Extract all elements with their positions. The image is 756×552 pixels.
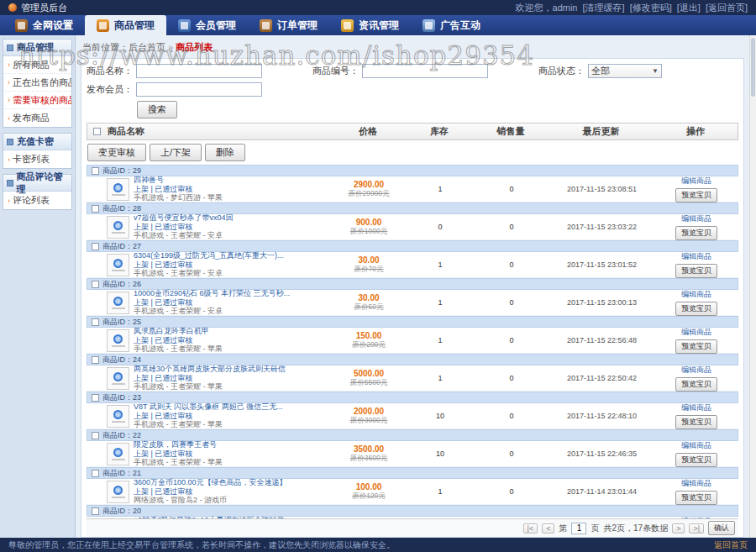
edit-product-link[interactable]: 编辑商品 [654, 251, 738, 262]
product-status-select[interactable]: 全部 ▼ [588, 64, 662, 78]
product-title-link[interactable]: 凤求凰白龙吟李白机甲 [134, 327, 223, 336]
edit-product-link[interactable]: 编辑商品 [654, 402, 738, 413]
product-sales: 0 [474, 412, 549, 420]
sidebar-group-comments: 商品评论管理 › 评论列表 [3, 174, 72, 210]
product-name-input[interactable] [136, 64, 262, 78]
product-title-link[interactable]: 四神兽号 [134, 176, 223, 185]
tab-orders-management[interactable]: 订单管理 [248, 15, 329, 35]
preview-product-button[interactable]: 预览宝贝 [675, 226, 717, 240]
product-category-text: 手机游戏 - 王者荣耀 - 安卓 [134, 269, 223, 277]
row-checkbox[interactable] [92, 167, 99, 175]
change-password-link[interactable]: [修改密码] [630, 2, 672, 14]
tab-ads-management[interactable]: 广告互动 [411, 15, 492, 35]
tab-news-management[interactable]: 资讯管理 [329, 15, 411, 35]
delete-button[interactable]: 删除 [205, 144, 245, 161]
tab-global-settings[interactable]: 全网设置 [3, 15, 85, 35]
product-id-label: 商品ID：20 [102, 506, 141, 517]
product-price: 900.00 [356, 218, 382, 227]
tab-members-management[interactable]: 会员管理 [166, 15, 248, 35]
row-checkbox[interactable] [92, 205, 99, 213]
group-bullet-icon [7, 45, 13, 51]
footer-notice: 尊敬的管理员，您正在使用上经交易平台管理系统，若长时间不操作，建议您先关闭浏览器… [8, 539, 395, 551]
sidebar-item-all-goods[interactable]: › 所有商品 [3, 56, 71, 74]
vertical-scrollbar[interactable] [749, 35, 756, 538]
product-last-updated: 2017-11-15 22:56:48 [549, 336, 654, 344]
edit-product-link[interactable]: 编辑商品 [654, 289, 738, 300]
product-sales: 0 [474, 374, 549, 382]
sidebar-group-comments-header[interactable]: 商品评论管理 [3, 175, 71, 192]
sidebar-group-goods-header[interactable]: 商品管理 [3, 39, 71, 56]
product-last-updated: 2017-11-15 23:03:22 [549, 223, 654, 231]
clear-cache-link[interactable]: [清理缓存] [583, 2, 625, 14]
product-title-link[interactable]: v7超值号便宜秒杀了带vx04回 [134, 213, 234, 223]
product-code-input[interactable] [362, 64, 488, 78]
sidebar-item-pending-review-goods[interactable]: › 需要审核的商品 [3, 92, 71, 109]
main-nav: 全网设置 商品管理 会员管理 订单管理 资讯管理 广告互动 [0, 15, 756, 35]
sidebar-group-cards-header[interactable]: 充值卡密 [3, 134, 71, 150]
footer-home-link[interactable]: 返回首页 [714, 539, 748, 551]
preview-product-button[interactable]: 预览宝贝 [675, 339, 717, 354]
group-title: 商品管理 [17, 41, 54, 54]
edit-product-link[interactable]: 编辑商品 [654, 440, 738, 451]
tab-goods-management[interactable]: 商品管理 [85, 15, 166, 35]
next-page-button[interactable]: > [672, 523, 685, 534]
product-row-body: 3600万金币100.00元【绿色商品，安全速递】 上架 | 已通过审核 网络游… [87, 479, 738, 505]
preview-product-button[interactable]: 预览宝贝 [675, 377, 717, 392]
search-form-row-1: 商品名称： 商品编号： 商品状态： 全部 ▼ [87, 64, 738, 78]
page-number-input[interactable] [571, 523, 586, 534]
edit-product-link[interactable]: 编辑商品 [654, 213, 738, 224]
row-checkbox[interactable] [92, 432, 99, 439]
product-row: 商品ID：27 6304(全199级_过防无冯_五真绝(车重大一)... 上架 … [87, 240, 738, 278]
confirm-page-button[interactable]: 确认 [708, 521, 735, 535]
first-page-button[interactable]: |< [523, 523, 538, 534]
prev-page-button[interactable]: < [542, 523, 554, 534]
edit-product-link[interactable]: 编辑商品 [654, 365, 738, 376]
sidebar-item-publish-goods[interactable]: › 发布商品 [3, 109, 71, 127]
publisher-member-input[interactable] [136, 82, 262, 97]
chevron-right-icon: › [8, 60, 10, 69]
row-checkbox[interactable] [92, 507, 99, 515]
sidebar-item-card-list[interactable]: › 卡密列表 [3, 150, 71, 168]
product-stock: 1 [407, 260, 474, 269]
breadcrumb-current: 商品列表 [176, 42, 213, 52]
preview-product-button[interactable]: 预览宝贝 [675, 302, 717, 316]
product-title-link[interactable]: V8T 武则天 闪以墨头像框 两妲己 微信三无... [134, 402, 283, 412]
edit-product-link[interactable]: 编辑商品 [654, 478, 738, 489]
preview-product-button[interactable]: 预览宝贝 [675, 264, 717, 278]
product-row-id-band: 商品ID：28 [87, 202, 738, 214]
product-row: 商品ID：29 四神兽号 上架 | 已通过审核 手机游戏 - 梦幻西游 - 苹果 [87, 165, 738, 202]
row-checkbox[interactable] [92, 470, 99, 477]
sidebar-item-onsale-goods[interactable]: › 正在出售的商品 [3, 74, 71, 92]
row-checkbox[interactable] [92, 281, 99, 288]
sidebar: 商品管理 › 所有商品 › 正在出售的商品 › 需要审核的商品 › 发布商品 [0, 35, 76, 538]
select-all-checkbox[interactable] [93, 128, 101, 135]
product-title-link[interactable]: 3600万金币100.00元【绿色商品，安全速递】 [134, 478, 287, 487]
last-page-button[interactable]: >| [689, 523, 704, 534]
product-status-text: 上架 | 已通过审核 [134, 374, 192, 382]
toggle-shelf-button[interactable]: 上/下架 [150, 144, 202, 161]
product-title-link[interactable]: 6304(全199级_过防无冯_五真绝(车重大一)... [134, 251, 284, 260]
search-button[interactable]: 搜索 [137, 101, 177, 118]
row-checkbox[interactable] [92, 243, 99, 250]
logout-link[interactable]: [退出] [677, 2, 701, 14]
breadcrumb-home-link[interactable]: 后台首页 [129, 42, 165, 52]
preview-product-button[interactable]: 预览宝贝 [675, 491, 717, 505]
change-review-button[interactable]: 变更审核 [87, 144, 146, 161]
preview-product-button[interactable]: 预览宝贝 [675, 415, 717, 429]
preview-product-button[interactable]: 预览宝贝 [675, 453, 717, 467]
row-checkbox[interactable] [92, 318, 99, 326]
scrollbar-thumb[interactable] [751, 38, 755, 97]
edit-product-link[interactable]: 编辑商品 [654, 327, 738, 338]
product-title-link[interactable]: 两英雄30个英雄两皮肤大部分皮肤武则天砖信 [134, 365, 286, 374]
row-checkbox[interactable] [92, 394, 99, 402]
product-title-link[interactable]: 10000金币290钻石 6级号 本打荣位 三无号秒... [134, 289, 290, 298]
row-checkbox[interactable] [92, 356, 99, 364]
preview-product-button[interactable]: 预览宝贝 [675, 188, 717, 202]
product-title-link[interactable]: 限定皮肤，四赛季王者号 [134, 440, 223, 449]
product-sales: 0 [474, 223, 549, 231]
product-row: 商品ID：20 +9蛇矛8阶红星骑8+10大量绑有绝版金骑时装 上架 | 已通过… [87, 505, 738, 518]
back-home-link[interactable]: [返回首页] [706, 2, 748, 14]
edit-product-link[interactable]: 编辑商品 [654, 176, 738, 187]
product-row: 商品ID：21 3600万金币100.00元【绿色商品，安全速递】 上架 | 已… [87, 467, 738, 505]
chevron-right-icon: › [8, 197, 10, 205]
